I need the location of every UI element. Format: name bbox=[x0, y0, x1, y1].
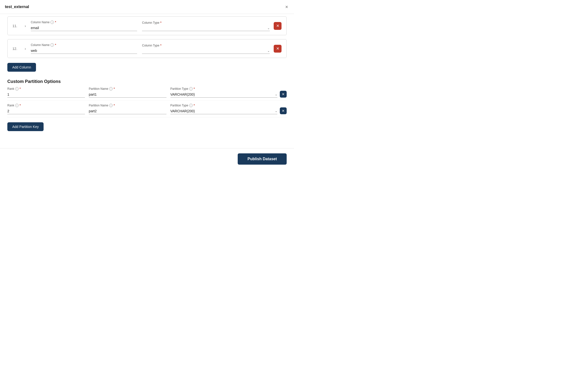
partition-rank-info-icon-2: i bbox=[15, 104, 19, 107]
custom-partition-section: Custom Partition Options Rank i * Partit… bbox=[7, 79, 287, 131]
delete-partition-1-button[interactable]: ✕ bbox=[280, 91, 287, 97]
partition-2-rank-label: Rank i * bbox=[7, 104, 85, 107]
column-name-info-icon-12: i bbox=[50, 43, 54, 47]
partition-name-info-icon-1: i bbox=[109, 87, 113, 91]
partition-1-type-select[interactable]: VARCHAR(200) ⌄ bbox=[170, 92, 277, 97]
partition-1-rank-label: Rank i * bbox=[7, 87, 85, 91]
column-11-fields: Column Name i * Column Type * ⌄ bbox=[31, 20, 270, 31]
partition-name-required-1: * bbox=[114, 87, 115, 91]
modal-footer: Publish Dataset bbox=[0, 148, 294, 170]
partition-2-type-value: VARCHAR(200) bbox=[170, 109, 195, 113]
partition-2-type-label: Partition Type i * bbox=[170, 104, 277, 107]
column-12-fields: Column Name i * Column Type * ⌄ bbox=[31, 43, 270, 54]
column-12-type-select[interactable]: ⌄ bbox=[142, 48, 270, 54]
column-row-12: 12. › Column Name i * Column Type * ⌄ bbox=[7, 39, 287, 58]
add-partition-key-button[interactable]: Add Partition Key bbox=[7, 122, 43, 131]
column-12-name-group: Column Name i * bbox=[31, 43, 137, 54]
column-11-name-input[interactable] bbox=[31, 25, 137, 31]
close-button[interactable]: × bbox=[284, 3, 289, 10]
row-number-11: 11. bbox=[13, 24, 20, 28]
partition-2-type-group: Partition Type i * VARCHAR(200) ⌄ ✕ bbox=[170, 104, 287, 114]
partition-rank-required-2: * bbox=[20, 104, 21, 107]
expand-row-12-button[interactable]: › bbox=[24, 47, 27, 51]
partition-2-name-group: Partition Name i * bbox=[89, 104, 167, 114]
column-12-type-chevron-icon: ⌄ bbox=[267, 49, 270, 53]
partition-name-info-icon-2: i bbox=[109, 104, 113, 107]
partition-1-name-input[interactable] bbox=[89, 92, 167, 97]
add-column-section: Add Column bbox=[7, 58, 287, 72]
partition-2-name-input[interactable] bbox=[89, 108, 167, 114]
column-11-name-label: Column Name i * bbox=[31, 20, 137, 24]
column-12-name-input[interactable] bbox=[31, 48, 137, 54]
publish-dataset-button[interactable]: Publish Dataset bbox=[238, 153, 287, 165]
partition-2-type-select[interactable]: VARCHAR(200) ⌄ bbox=[170, 108, 277, 114]
column-name-required-11: * bbox=[55, 20, 56, 24]
column-type-required-11: * bbox=[160, 21, 162, 24]
column-12-type-label: Column Type * bbox=[142, 44, 270, 47]
partition-1-name-group: Partition Name i * bbox=[89, 87, 167, 97]
column-11-type-chevron-icon: ⌄ bbox=[267, 26, 270, 30]
modal-body: 11. › Column Name i * Column Type * ⌄ bbox=[0, 16, 294, 143]
modal-title: test_external bbox=[5, 5, 29, 9]
partition-2-name-label: Partition Name i * bbox=[89, 104, 167, 107]
column-12-type-group: Column Type * ⌄ bbox=[142, 44, 270, 54]
partition-1-type-select-wrapper: Partition Type i * VARCHAR(200) ⌄ bbox=[170, 87, 277, 97]
partition-1-rank-group: Rank i * bbox=[7, 87, 85, 97]
partition-1-type-value: VARCHAR(200) bbox=[170, 93, 195, 96]
partition-1-type-group: Partition Type i * VARCHAR(200) ⌄ ✕ bbox=[170, 87, 287, 97]
partition-rank-required-1: * bbox=[20, 87, 21, 91]
partition-2-rank-input[interactable] bbox=[7, 108, 85, 114]
column-type-required-12: * bbox=[160, 44, 162, 47]
column-11-type-label: Column Type * bbox=[142, 21, 270, 24]
partition-2-type-select-wrapper: Partition Type i * VARCHAR(200) ⌄ bbox=[170, 104, 277, 114]
column-11-type-select[interactable]: ⌄ bbox=[142, 25, 270, 31]
column-row-11: 11. › Column Name i * Column Type * ⌄ bbox=[7, 16, 287, 35]
partition-2-rank-group: Rank i * bbox=[7, 104, 85, 114]
column-12-name-label: Column Name i * bbox=[31, 43, 137, 47]
partition-name-required-2: * bbox=[114, 104, 115, 107]
column-name-info-icon-11: i bbox=[50, 20, 54, 24]
modal-header: test_external × bbox=[0, 0, 294, 14]
column-11-type-group: Column Type * ⌄ bbox=[142, 21, 270, 31]
delete-column-12-button[interactable]: ✕ bbox=[274, 45, 281, 53]
delete-column-11-button[interactable]: ✕ bbox=[274, 22, 281, 30]
partition-rank-info-icon-1: i bbox=[15, 87, 19, 91]
partition-2-type-chevron-icon: ⌄ bbox=[275, 109, 277, 113]
delete-partition-2-button[interactable]: ✕ bbox=[280, 107, 287, 114]
partition-1-name-label: Partition Name i * bbox=[89, 87, 167, 91]
partition-type-required-1: * bbox=[194, 87, 195, 91]
partition-type-info-icon-2: i bbox=[189, 104, 193, 107]
add-column-button[interactable]: Add Column bbox=[7, 63, 36, 72]
row-number-12: 12. bbox=[13, 47, 20, 51]
partition-type-required-2: * bbox=[194, 104, 195, 107]
column-11-name-group: Column Name i * bbox=[31, 20, 137, 31]
partition-1-type-chevron-icon: ⌄ bbox=[275, 93, 277, 96]
expand-row-11-button[interactable]: › bbox=[24, 24, 27, 28]
partition-row-2: Rank i * Partition Name i * Partition Ty… bbox=[7, 101, 287, 117]
custom-partition-title: Custom Partition Options bbox=[7, 79, 287, 84]
partition-1-type-label: Partition Type i * bbox=[170, 87, 277, 91]
partition-1-rank-input[interactable] bbox=[7, 92, 85, 97]
partition-type-info-icon-1: i bbox=[189, 87, 193, 91]
column-name-required-12: * bbox=[55, 43, 56, 47]
partition-row-1: Rank i * Partition Name i * Partition Ty… bbox=[7, 84, 287, 101]
